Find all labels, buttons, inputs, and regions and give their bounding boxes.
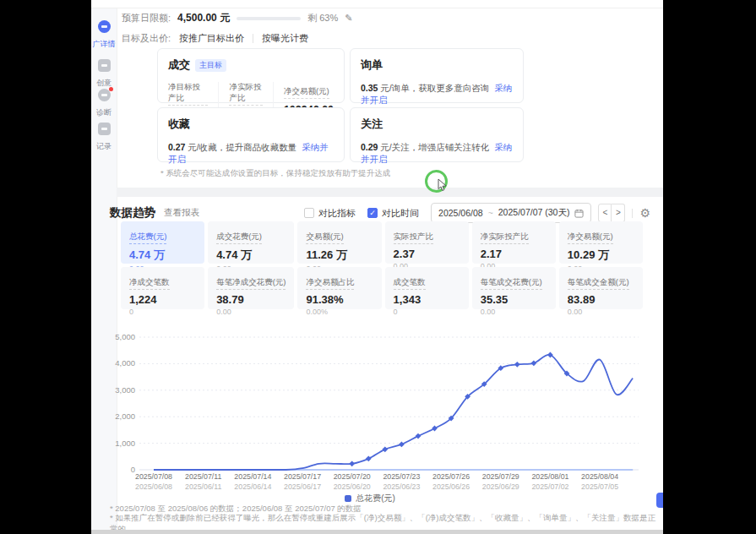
primary-goal-badge: 主目标 xyxy=(195,59,226,72)
goal-card-follow: 关注 0.29 元/关注，增强店铺关注转化采纳并开启 xyxy=(350,107,524,162)
goal-card-deal: 成交 主目标 净目标投产比 ⓘ 2.45 ✎ 净实际投产比 2.17 净交易额(… xyxy=(157,48,345,103)
sidebar-item-2[interactable]: 诊断 xyxy=(91,89,117,118)
sidebar-item-1[interactable]: 创意 xyxy=(91,59,117,89)
metric-value: 4.74 万 xyxy=(129,248,196,263)
next-period-button[interactable]: > xyxy=(612,204,625,222)
notification-dot xyxy=(109,87,113,91)
metric-card-0[interactable]: 总花费(元)4.74 万0.00 xyxy=(121,221,204,264)
favorite-card-title: 收藏 xyxy=(168,117,334,132)
metric-compare-value: 0 xyxy=(394,308,460,316)
metric-value: 10.29 万 xyxy=(568,248,634,263)
x-tick-label: 2025/08/04 xyxy=(581,472,618,481)
x-tick-compare-label: 2025/06/29 xyxy=(482,482,519,491)
daily-budget-value: 4,500.00 元 xyxy=(177,11,230,25)
metric-card-3[interactable]: 实际投产比2.370.00 xyxy=(385,221,469,264)
budget-edit-icon[interactable]: ✎ xyxy=(345,13,352,24)
compare-metric-checkbox[interactable] xyxy=(304,208,314,218)
metric-card-2[interactable]: 交易额(元)11.26 万0.00 xyxy=(297,221,381,264)
data-point-marker[interactable] xyxy=(514,362,520,368)
prev-period-button[interactable]: < xyxy=(598,204,612,222)
metric-card-11[interactable]: 每笔成交金额(元)83.890.00 xyxy=(559,267,643,309)
metric-card-5[interactable]: 净交易额(元)10.29 万0.00 xyxy=(559,221,643,264)
data-point-marker[interactable] xyxy=(349,460,355,466)
budget-progress-bar xyxy=(237,17,301,20)
data-point-marker[interactable] xyxy=(382,446,388,452)
campaign-detail-icon xyxy=(98,20,111,33)
metric-card-7[interactable]: 每笔净成交花费(元)38.790.00 xyxy=(208,267,294,309)
x-tick-label: 2025/07/29 xyxy=(482,472,519,481)
metric-value: 2.17 xyxy=(481,248,547,260)
metric-label: 实际投产比 xyxy=(394,232,434,244)
metric-value: 91.38% xyxy=(306,293,373,306)
x-tick-label: 2025/07/23 xyxy=(383,472,420,481)
sidebar-item-0[interactable]: 广详情 xyxy=(91,20,117,50)
trend-chart: 01,0002,0003,0004,0005,0002025/07/082025… xyxy=(91,330,649,492)
sidebar-item-label: 广详情 xyxy=(91,39,117,50)
y-tick-label: 5,000 xyxy=(115,332,135,341)
metric-value: 35.35 xyxy=(481,293,547,306)
daily-budget-row: 预算日限额: 4,500.00 元 剩 63% ✎ xyxy=(122,11,352,25)
data-point-marker[interactable] xyxy=(399,442,405,448)
y-tick-label: 2,000 xyxy=(115,411,135,421)
x-tick-label: 2025/07/20 xyxy=(334,472,371,481)
metric-card-8[interactable]: 净交易额占比91.38%0.00% xyxy=(297,267,381,309)
data-point-marker[interactable] xyxy=(531,360,537,366)
sidebar-item-label: 诊断 xyxy=(91,107,117,118)
compare-time-checkbox[interactable]: ✓ xyxy=(367,208,378,218)
metric-label: 成交笔数 xyxy=(394,277,426,290)
x-tick-label: 2025/07/11 xyxy=(185,472,221,481)
data-point-marker[interactable] xyxy=(366,455,372,461)
y-tick-label: 1,000 xyxy=(115,439,135,448)
metric-label: 净交易额占比 xyxy=(306,277,354,290)
metric-card-10[interactable]: 每笔成交花费(元)35.350.00 xyxy=(472,267,556,309)
section-divider xyxy=(117,188,663,197)
x-tick-label: 2025/08/01 xyxy=(531,472,568,481)
metric-label: 每笔成交金额(元) xyxy=(568,277,629,290)
metric-card-9[interactable]: 成交笔数1,3430 xyxy=(385,267,469,309)
metric-label: 每笔净成交花费(元) xyxy=(216,277,286,290)
view-report-link[interactable]: 查看报表 xyxy=(164,207,199,219)
x-tick-compare-label: 2025/06/11 xyxy=(185,482,221,491)
metric-card-4[interactable]: 净实际投产比2.170.00 xyxy=(472,221,556,264)
metric-card-1[interactable]: 成交花费(元)4.74 万0.00 xyxy=(208,221,294,264)
bidding-option-impression[interactable]: 按曝光计费 xyxy=(262,32,308,45)
bidding-label: 目标及出价: xyxy=(122,32,171,45)
follow-card-title: 关注 xyxy=(361,117,513,132)
goal-card-inquiry: 询单 0.35 元/询单，获取更多意向咨询采纳并开启 xyxy=(350,48,524,103)
record-icon xyxy=(98,123,111,135)
y-tick-label: 4,000 xyxy=(115,358,135,368)
metric-value: 4.74 万 xyxy=(216,248,286,263)
metric-label: 总花费(元) xyxy=(129,232,166,244)
sidebar-item-label: 记录 xyxy=(91,141,117,152)
metrics-grid: 总花费(元)4.74 万0.00成交花费(元)4.74 万0.00交易额(元)1… xyxy=(121,221,643,309)
data-point-marker[interactable] xyxy=(432,426,438,432)
goal-card-favorite: 收藏 0.27 元/收藏，提升商品收藏数量采纳并开启 xyxy=(157,107,345,162)
x-tick-compare-label: 2025/06/08 xyxy=(135,482,172,491)
x-tick-compare-label: 2025/06/23 xyxy=(383,482,420,491)
metric-compare-value: 0.00 xyxy=(216,308,286,316)
gear-icon[interactable]: ⚙ xyxy=(639,206,650,220)
legend-label: 总花费(元) xyxy=(356,493,395,503)
bidding-option-goal[interactable]: 按推广目标出价 xyxy=(179,32,244,45)
sidebar-item-3[interactable]: 记录 xyxy=(91,123,117,152)
bottom-strip xyxy=(91,530,663,534)
metric-value: 11.26 万 xyxy=(306,248,373,263)
trend-section-title: 数据趋势 xyxy=(110,205,155,221)
data-point-marker[interactable] xyxy=(416,433,422,439)
metric-label: 交易额(元) xyxy=(306,232,343,244)
creative-icon xyxy=(98,59,111,72)
metric-label: 净交易额(元) xyxy=(568,232,613,244)
metric-label: 净实际投产比 xyxy=(481,232,529,244)
metric-value: 1,224 xyxy=(129,293,196,306)
metric-label: 成交花费(元) xyxy=(216,232,262,244)
sidebar-item-label: 创意 xyxy=(91,78,117,89)
y-tick-label: 3,000 xyxy=(115,385,135,395)
metric-card-6[interactable]: 净成交笔数1,2240 xyxy=(121,267,204,309)
bidding-divider xyxy=(253,34,253,43)
top-strip xyxy=(91,0,663,8)
x-tick-label: 2025/07/17 xyxy=(284,472,321,481)
chart-legend[interactable]: 总花费(元) xyxy=(91,493,649,504)
metric-label: 净成交笔数 xyxy=(129,277,170,290)
date-range-input[interactable]: 2025/06/08 ~ 2025/07/07 (30天) xyxy=(431,203,591,223)
floating-edge-button[interactable] xyxy=(656,493,663,508)
